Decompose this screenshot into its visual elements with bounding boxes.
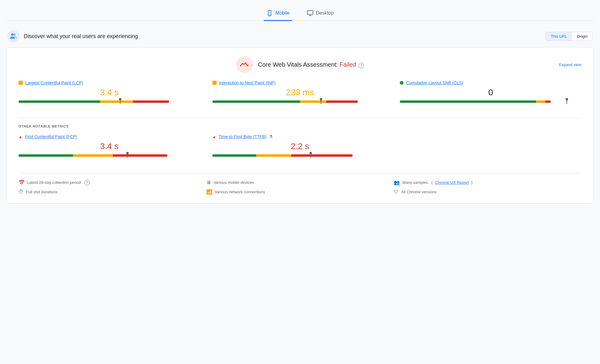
url-toggle: This URL Origin <box>546 32 593 41</box>
lcp-label-row: Largest Contentful Paint (LCP) <box>19 80 200 85</box>
origin-button[interactable]: Origin <box>572 32 592 40</box>
svg-point-8 <box>247 65 248 66</box>
users-icon <box>9 32 17 40</box>
svg-point-9 <box>248 65 249 66</box>
ttfb-bar-orange <box>256 154 291 157</box>
mobile-icon <box>266 10 273 16</box>
metric-ttfb: ▲ Time to First Byte (TTFB) ⚗ 2.2 s <box>206 134 394 165</box>
fcp-label-row: ▲ First Contentful Paint (FCP) <box>19 134 200 139</box>
cls-value: 0 <box>400 88 581 97</box>
tab-mobile[interactable]: Mobile <box>264 6 292 21</box>
lcp-value: 3.4 s <box>19 88 200 97</box>
cls-label-row: Cumulative Layout Shift (CLS) <box>400 80 581 85</box>
tab-desktop-label: Desktop <box>316 10 334 16</box>
cls-bar-green <box>400 100 536 103</box>
tab-bar: Mobile Desktop <box>6 6 594 21</box>
ttfb-bar-green <box>212 154 256 157</box>
header-title: Discover what your real users are experi… <box>24 33 138 40</box>
footer-visit-text: Full visit durations <box>26 190 58 194</box>
metric-lcp: Largest Contentful Paint (LCP) 3.4 s <box>19 80 206 111</box>
inp-bar-orange <box>300 100 326 103</box>
cwv-assessment-text: Core Web Vitals Assessment: <box>258 61 340 68</box>
ttfb-flask-icon: ⚗ <box>269 134 273 139</box>
cwv-icon <box>240 61 249 68</box>
inp-bar-red <box>326 100 358 103</box>
header-section: Discover what your real users are experi… <box>6 30 594 42</box>
fcp-bar-red <box>113 154 167 157</box>
cwv-icon-circle <box>236 56 253 73</box>
svg-rect-2 <box>307 11 313 15</box>
fcp-name[interactable]: First Contentful Paint (FCP) <box>25 134 77 139</box>
monitor-icon: 🖥 <box>206 180 211 185</box>
footer-chrome-versions: 🛡 All Chrome versions <box>394 189 581 195</box>
tab-desktop[interactable]: Desktop <box>304 6 336 21</box>
shield-icon: 🛡 <box>394 189 399 195</box>
inp-dot <box>212 81 217 85</box>
footer-mobile-devices: 🖥 Various mobile devices <box>206 180 394 185</box>
users-footer-icon: 👥 <box>394 180 400 185</box>
wifi-icon: 📶 <box>206 189 212 195</box>
lcp-bar-green <box>19 100 100 103</box>
metric-inp: Interaction to Next Paint (INP) 233 ms <box>206 80 394 111</box>
header-avatar <box>7 30 19 42</box>
metric-fcp: ▲ First Contentful Paint (FCP) 3.4 s <box>19 134 206 165</box>
ttfb-needle <box>310 153 311 158</box>
footer-collection-period: 📅 Latest 28-day collection period ? <box>19 180 206 185</box>
section-divider <box>19 118 581 118</box>
footer-network: 📶 Various network connections <box>206 189 394 195</box>
desktop-icon <box>307 10 313 16</box>
cls-name[interactable]: Cumulative Layout Shift (CLS) <box>406 80 463 85</box>
inp-bar-green <box>212 100 300 103</box>
footer-chrome-text: All Chrome versions <box>401 190 436 194</box>
footer-help-icon[interactable]: ? <box>84 180 90 185</box>
lcp-bar <box>19 100 200 103</box>
calendar-icon: 📅 <box>19 180 25 185</box>
ttfb-label-row: ▲ Time to First Byte (TTFB) ⚗ <box>212 134 388 139</box>
footer-samples-text: Many samples <box>402 180 428 185</box>
fcp-needle <box>127 153 128 158</box>
other-metrics-label: OTHER NOTABLE METRICS <box>19 124 581 128</box>
cwv-title: Core Web Vitals Assessment: Failed ? <box>258 61 364 68</box>
cls-needle <box>567 99 567 104</box>
cwv-header: Core Web Vitals Assessment: Failed ? Exp… <box>19 56 581 73</box>
footer-devices-text: Various mobile devices <box>214 180 254 185</box>
fcp-bar-green <box>19 154 73 157</box>
cls-bar-orange <box>536 100 545 103</box>
fcp-value: 3.4 s <box>19 142 200 151</box>
cls-dot <box>400 81 403 85</box>
ttfb-bar <box>212 154 388 157</box>
ttfb-name[interactable]: Time to First Byte (TTFB) <box>219 134 267 139</box>
cls-bar-red <box>545 100 551 103</box>
metric-empty <box>394 134 581 165</box>
cwv-help-icon[interactable]: ? <box>358 63 364 68</box>
lcp-needle <box>120 99 120 104</box>
ttfb-value: 2.2 s <box>212 142 388 151</box>
this-url-button[interactable]: This URL <box>546 32 572 40</box>
core-metrics-grid: Largest Contentful Paint (LCP) 3.4 s Int… <box>19 80 581 111</box>
chrome-ux-report-link[interactable]: Chrome UX Report <box>435 180 469 185</box>
inp-bar <box>212 100 388 103</box>
header-left: Discover what your real users are experi… <box>7 30 138 42</box>
lcp-bar-red <box>133 100 169 103</box>
cls-bar <box>400 100 581 103</box>
fcp-bar-orange <box>73 154 113 157</box>
inp-value: 233 ms <box>212 88 388 97</box>
svg-point-7 <box>240 65 241 66</box>
inp-name[interactable]: Interaction to Next Paint (INP) <box>219 80 276 85</box>
lcp-dot <box>19 81 23 85</box>
card-footer: 📅 Latest 28-day collection period ? 🖥 Va… <box>19 173 581 195</box>
clock-icon: ⏱ <box>19 189 23 195</box>
footer-collection-text: Latest 28-day collection period <box>27 180 81 185</box>
main-card: Core Web Vitals Assessment: Failed ? Exp… <box>6 47 594 204</box>
lcp-name[interactable]: Largest Contentful Paint (LCP) <box>25 80 83 85</box>
lcp-bar-orange <box>100 100 133 103</box>
inp-label-row: Interaction to Next Paint (INP) <box>212 80 388 85</box>
ttfb-triangle-icon: ▲ <box>212 135 216 139</box>
expand-view-link[interactable]: Expand view <box>559 62 581 67</box>
fcp-triangle-icon: ▲ <box>19 135 23 139</box>
svg-point-6 <box>13 33 16 36</box>
footer-network-text: Various network connections <box>215 190 265 194</box>
ttfb-bar-red <box>291 154 353 157</box>
footer-samples: 👥 Many samples (Chrome UX Report) <box>394 180 581 185</box>
metric-cls: Cumulative Layout Shift (CLS) 0 <box>394 80 581 111</box>
